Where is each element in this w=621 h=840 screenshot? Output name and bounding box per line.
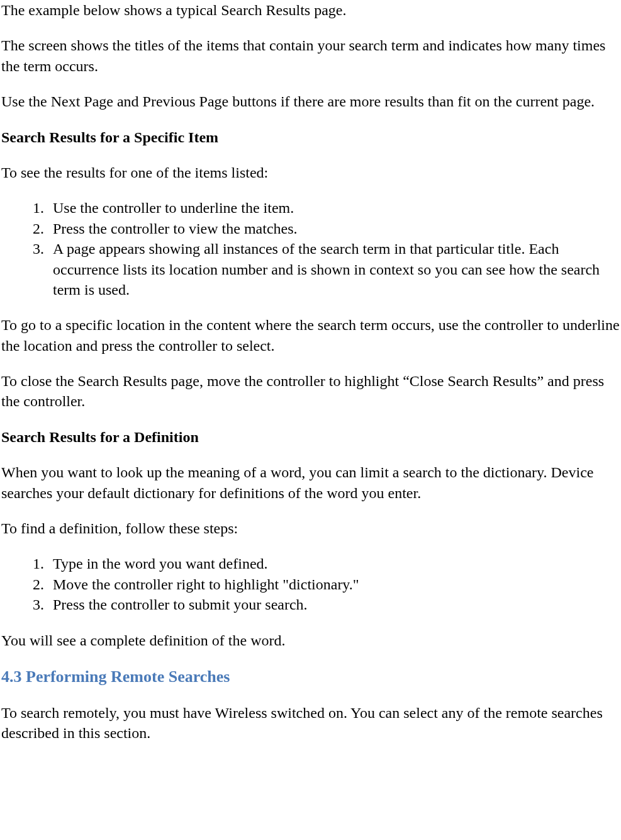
paragraph-wireless: To search remotely, you must have Wirele… — [1, 703, 620, 744]
paragraph-see-results: To see the results for one of the items … — [1, 162, 620, 183]
list-item: Use the controller to underline the item… — [48, 198, 620, 218]
list-item: Type in the word you want defined. — [48, 553, 620, 574]
list-item: Press the controller to view the matches… — [48, 219, 620, 239]
list-specific-item-steps: Use the controller to underline the item… — [36, 198, 620, 300]
list-definition-steps: Type in the word you want defined. Move … — [36, 553, 620, 615]
list-item: A page appears showing all instances of … — [48, 239, 620, 300]
list-item: Press the controller to submit your sear… — [48, 594, 620, 615]
paragraph-complete-definition: You will see a complete definition of th… — [1, 630, 620, 650]
heading-remote-searches: 4.3 Performing Remote Searches — [1, 666, 620, 688]
paragraph-goto-location: To go to a specific location in the cont… — [1, 315, 620, 356]
paragraph-lookup-meaning: When you want to look up the meaning of … — [1, 462, 620, 503]
paragraph-find-definition: To find a definition, follow these steps… — [1, 518, 620, 538]
paragraph-close-results: To close the Search Results page, move t… — [1, 371, 620, 412]
heading-definition: Search Results for a Definition — [1, 427, 620, 447]
paragraph-intro: The example below shows a typical Search… — [1, 0, 620, 20]
heading-specific-item: Search Results for a Specific Item — [1, 127, 620, 147]
list-item: Move the controller right to highlight "… — [48, 574, 620, 594]
paragraph-pagination: Use the Next Page and Previous Page butt… — [1, 91, 620, 111]
paragraph-screen-description: The screen shows the titles of the items… — [1, 35, 620, 76]
